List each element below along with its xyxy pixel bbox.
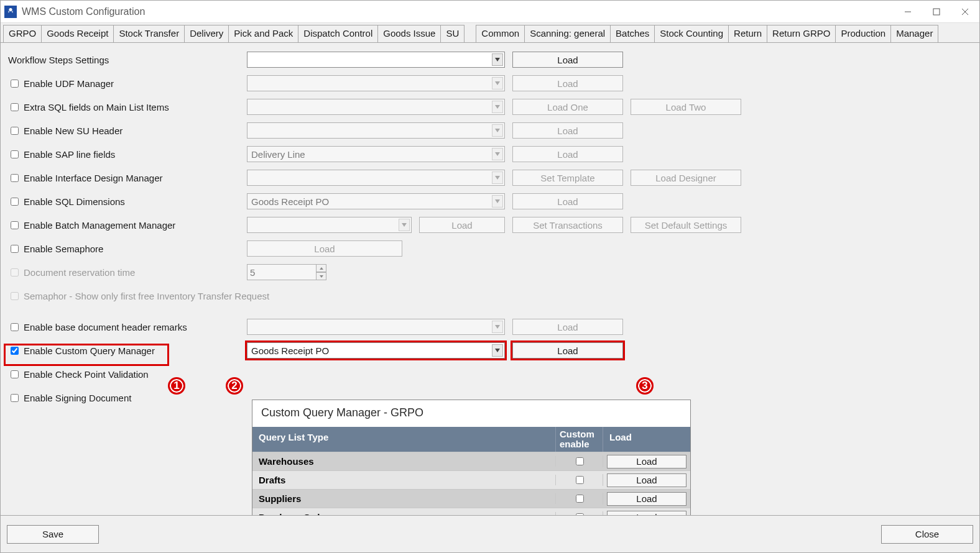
tab-return-grpo[interactable]: Return GRPO (767, 25, 836, 42)
btn-udf-load: Load (512, 75, 623, 91)
btn-extrasql-1: Load One (512, 99, 623, 115)
grid-btn-load[interactable]: Load (607, 492, 686, 506)
chevron-down-icon (492, 344, 503, 357)
tab-grpo[interactable]: GRPO (3, 25, 42, 42)
btn-workflow-load[interactable]: Load (512, 52, 623, 68)
btn-cqm-load[interactable]: Load (512, 342, 623, 359)
grid-chk[interactable] (576, 457, 584, 465)
btn-batch-setdef: Set Default Settings (631, 217, 741, 233)
label-signing: Enable Signing Document (24, 393, 131, 403)
chevron-down-icon (492, 124, 503, 137)
chk-semaphore[interactable] (11, 245, 19, 253)
tab-batches[interactable]: Batches (610, 25, 655, 42)
grid-cell-name: Drafts (252, 475, 556, 485)
label-workflow: Workflow Steps Settings (8, 55, 109, 65)
grid-btn-load[interactable]: Load (607, 473, 686, 487)
grid-chk[interactable] (576, 476, 584, 484)
grid-btn-load[interactable]: Load (607, 455, 686, 468)
btn-save[interactable]: Save (7, 525, 99, 544)
tab-su[interactable]: SU (440, 25, 465, 42)
tab-production[interactable]: Production (835, 25, 891, 42)
chevron-down-icon (492, 101, 503, 113)
window: WMS Custom Configuration GRPO Goods Rece… (0, 0, 980, 553)
close-button[interactable] (951, 1, 979, 22)
combo-extrasql (247, 99, 505, 115)
chevron-down-icon (492, 77, 503, 89)
grid-row: Warehouses Load (252, 452, 690, 470)
titlebar: WMS Custom Configuration (1, 1, 979, 23)
annotation-marker-2: 2 (226, 377, 243, 395)
spinner-docres (247, 264, 326, 280)
panel-title: Custom Query Manager - GRPO (252, 400, 690, 427)
grid-row: Suppliers Load (252, 489, 690, 508)
btn-semaphore-load: Load (247, 240, 402, 257)
chk-udf[interactable] (11, 80, 19, 88)
btn-extrasql-2: Load Two (631, 99, 741, 115)
chk-interface[interactable] (11, 174, 19, 182)
combo-workflow[interactable] (247, 52, 505, 68)
label-semaphore: Enable Semaphore (24, 244, 103, 254)
btn-sqldim-load: Load (512, 193, 623, 209)
maximize-button[interactable] (922, 1, 951, 22)
combo-baseheader (247, 319, 505, 335)
annotation-marker-1: 1 (168, 377, 185, 395)
combo-newsu (247, 122, 505, 139)
combo-interface (247, 170, 505, 186)
btn-interface-load: Load Designer (631, 170, 741, 186)
grid-row: Drafts Load (252, 470, 690, 489)
chk-sqldim[interactable] (11, 198, 19, 206)
chk-checkpoint[interactable] (11, 370, 19, 378)
btn-close[interactable]: Close (881, 525, 973, 544)
tab-manager[interactable]: Manager (890, 25, 938, 42)
combo-batch (247, 217, 412, 233)
tab-dispatch-control[interactable]: Dispatch Control (298, 25, 378, 42)
tab-goods-receipt[interactable]: Goods Receipt (41, 25, 114, 42)
spinner-docres-input (247, 264, 317, 280)
chevron-down-icon (492, 195, 503, 208)
label-sqldim: Enable SQL Dimensions (24, 196, 125, 207)
grid-chk[interactable] (576, 495, 584, 503)
chk-signing[interactable] (11, 394, 19, 402)
grid-header: Query List Type Custom enable Load (252, 427, 690, 452)
chevron-down-icon (492, 53, 503, 66)
tab-stock-transfer[interactable]: Stock Transfer (113, 25, 185, 42)
highlight-box-1 (6, 345, 167, 364)
tab-stock-counting[interactable]: Stock Counting (654, 25, 729, 42)
label-interface: Enable Interface Design Manager (24, 173, 162, 183)
grid-cell-name: Warehouses (252, 456, 556, 467)
app-icon (4, 6, 17, 18)
chk-docres (11, 268, 19, 276)
grid-header-type: Query List Type (252, 427, 556, 452)
chk-batch[interactable] (11, 221, 19, 229)
minimize-button[interactable] (894, 1, 922, 22)
chevron-down-icon (492, 171, 503, 184)
label-semonly: Semaphor - Show only first free Inventor… (24, 291, 269, 301)
btn-sapline-load: Load (512, 146, 623, 162)
chk-newsu[interactable] (11, 127, 19, 135)
tab-scanning-general[interactable]: Scanning: general (524, 25, 611, 42)
combo-cqm[interactable]: Goods Receipt PO (247, 342, 505, 359)
combo-sqldim: Goods Receipt PO (247, 193, 505, 209)
btn-interface-set: Set Template (512, 170, 623, 186)
tab-pick-and-pack[interactable]: Pick and Pack (228, 25, 298, 42)
chk-extrasql[interactable] (11, 103, 19, 111)
combo-sapline-value: Delivery Line (251, 149, 305, 160)
tab-delivery[interactable]: Delivery (184, 25, 229, 42)
chk-semonly (11, 292, 19, 300)
combo-sapline: Delivery Line (247, 146, 505, 162)
combo-udf (247, 75, 505, 91)
grid-header-load: Load (603, 427, 690, 452)
tab-goods-issue[interactable]: Goods Issue (377, 25, 441, 42)
tab-common[interactable]: Common (476, 25, 525, 42)
btn-batch-load: Load (419, 217, 505, 233)
chk-baseheader[interactable] (11, 323, 19, 331)
tab-return[interactable]: Return (728, 25, 767, 42)
btn-batch-settrans: Set Transactions (512, 217, 623, 233)
chevron-down-icon (399, 219, 410, 231)
combo-sqldim-value: Goods Receipt PO (251, 196, 329, 207)
tab-bar: GRPO Goods Receipt Stock Transfer Delive… (1, 23, 979, 43)
label-udf: Enable UDF Manager (24, 78, 114, 89)
caret-down-icon (316, 272, 326, 280)
footer: Save Close (1, 515, 979, 552)
chk-sapline[interactable] (11, 150, 19, 158)
